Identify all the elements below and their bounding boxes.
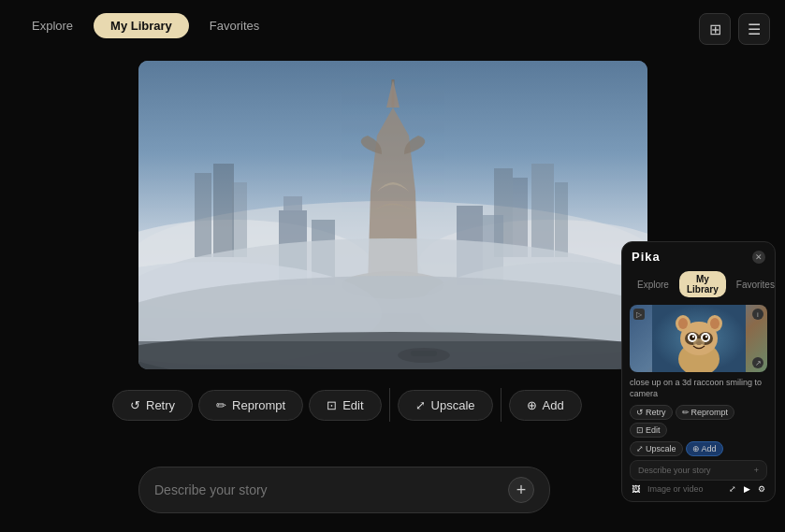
prompt-input[interactable] bbox=[154, 482, 501, 497]
mini-type-icon: ▷ bbox=[633, 309, 645, 320]
separator bbox=[389, 388, 390, 422]
add-button[interactable]: ⊕ Add bbox=[509, 390, 582, 421]
mini-retry-label: Retry bbox=[646, 408, 666, 417]
grid-view-button[interactable]: ⊞ bbox=[699, 13, 731, 45]
raccoon-svg bbox=[652, 305, 746, 372]
nav-tab-explore[interactable]: Explore bbox=[15, 13, 90, 38]
mini-thumbnail: i ▷ ↗ bbox=[630, 305, 767, 372]
add-icon: ⊕ bbox=[527, 398, 537, 412]
list-icon: ☰ bbox=[748, 21, 761, 38]
mini-reprompt-label: Reprompt bbox=[691, 408, 729, 417]
mini-tab-favorites[interactable]: Favorites bbox=[729, 271, 782, 297]
mini-media-row: 🖼 Image or video ⤢ ▶ ⚙ bbox=[630, 484, 767, 494]
svg-point-25 bbox=[138, 332, 647, 369]
svg-rect-6 bbox=[232, 182, 247, 257]
mini-panel-header: Pika ✕ bbox=[630, 250, 767, 264]
svg-point-37 bbox=[690, 335, 695, 340]
mini-prompt-plus: + bbox=[754, 466, 759, 475]
main-video-player bbox=[138, 61, 647, 369]
mini-share-icon[interactable]: ↗ bbox=[752, 357, 763, 368]
mini-tabs: Explore My Library Favorites bbox=[630, 271, 767, 297]
top-nav: Explore My Library Favorites bbox=[15, 13, 276, 38]
mini-edit-button[interactable]: ⊡ Edit bbox=[630, 423, 667, 438]
mini-media-label: Image or video bbox=[647, 484, 704, 494]
edit-label: Edit bbox=[342, 398, 363, 412]
add-label: Add bbox=[543, 398, 564, 412]
svg-rect-10 bbox=[555, 182, 568, 257]
mini-action-row-2: ⤢ Upscale ⊕ Add bbox=[630, 441, 767, 456]
reprompt-icon: ✏ bbox=[216, 398, 226, 412]
upscale-label: Upscale bbox=[431, 398, 475, 412]
retry-icon: ↺ bbox=[130, 398, 140, 412]
mini-expand-icon[interactable]: ⤢ bbox=[729, 484, 736, 494]
list-view-button[interactable]: ☰ bbox=[738, 13, 770, 45]
svg-point-40 bbox=[705, 336, 706, 338]
svg-rect-9 bbox=[531, 164, 554, 257]
city-scene-svg bbox=[138, 61, 647, 369]
mini-tab-mylibrary[interactable]: My Library bbox=[679, 271, 726, 297]
nav-tab-favorites[interactable]: Favorites bbox=[193, 13, 276, 38]
mini-panel-close[interactable]: ✕ bbox=[752, 251, 765, 264]
prompt-bar: + bbox=[138, 467, 550, 513]
pika-logo: Pika bbox=[632, 250, 661, 264]
mini-upscale-button[interactable]: ⤢ Upscale bbox=[630, 441, 683, 456]
video-background bbox=[138, 61, 647, 369]
prompt-plus-button[interactable]: + bbox=[508, 477, 534, 503]
mini-action-row-1: ↺ Retry ✏ Reprompt ⊡ Edit bbox=[630, 405, 767, 438]
svg-point-32 bbox=[710, 318, 720, 329]
mini-settings-icon[interactable]: ⚙ bbox=[758, 484, 765, 494]
action-bar: ↺ Retry ✏ Reprompt ⊡ Edit ⤢ Upscale ⊕ Ad… bbox=[112, 388, 582, 422]
mini-add-button[interactable]: ⊕ Add bbox=[686, 441, 723, 456]
mini-upscale-icon: ⤢ bbox=[636, 444, 644, 453]
mini-edit-label: Edit bbox=[646, 425, 661, 435]
mini-add-label: Add bbox=[702, 444, 717, 453]
svg-point-31 bbox=[678, 318, 688, 329]
top-right-controls: ⊞ ☰ bbox=[699, 13, 770, 45]
svg-rect-4 bbox=[195, 173, 211, 257]
mini-pika-panel: Pika ✕ Explore My Library Favorites bbox=[621, 241, 776, 502]
mini-edit-icon: ⊡ bbox=[636, 425, 644, 435]
mini-video-icon[interactable]: ▶ bbox=[744, 484, 750, 494]
svg-point-38 bbox=[703, 335, 708, 340]
separator-2 bbox=[501, 388, 502, 422]
svg-rect-5 bbox=[213, 164, 234, 257]
mini-reprompt-button[interactable]: ✏ Reprompt bbox=[676, 405, 735, 420]
upscale-button[interactable]: ⤢ Upscale bbox=[398, 390, 493, 421]
svg-point-42 bbox=[693, 338, 705, 348]
upscale-icon: ⤢ bbox=[415, 398, 426, 412]
svg-point-39 bbox=[691, 336, 693, 338]
edit-button[interactable]: ⊡ Edit bbox=[309, 390, 381, 421]
plus-icon: + bbox=[516, 481, 527, 500]
reprompt-label: Reprompt bbox=[232, 398, 285, 412]
svg-rect-14 bbox=[283, 196, 302, 210]
mini-image-icon: 🖼 bbox=[632, 484, 640, 494]
mini-info-icon[interactable]: i bbox=[752, 309, 763, 320]
mini-tab-explore[interactable]: Explore bbox=[630, 271, 676, 297]
mini-prompt-placeholder: Describe your story bbox=[638, 466, 711, 475]
mini-retry-icon: ↺ bbox=[636, 408, 644, 417]
nav-tab-mylibrary[interactable]: My Library bbox=[94, 13, 189, 38]
retry-button[interactable]: ↺ Retry bbox=[112, 390, 193, 421]
edit-icon: ⊡ bbox=[327, 398, 337, 412]
retry-label: Retry bbox=[146, 398, 175, 412]
grid-icon: ⊞ bbox=[709, 21, 721, 38]
mini-prompt-bar[interactable]: Describe your story + bbox=[630, 460, 767, 481]
mini-reprompt-icon: ✏ bbox=[682, 408, 690, 417]
mini-caption: close up on a 3d raccoon smiling to came… bbox=[630, 378, 767, 399]
reprompt-button[interactable]: ✏ Reprompt bbox=[198, 390, 303, 421]
mini-upscale-label: Upscale bbox=[646, 444, 676, 453]
mini-add-icon: ⊕ bbox=[692, 444, 700, 453]
mini-retry-button[interactable]: ↺ Retry bbox=[630, 405, 673, 420]
